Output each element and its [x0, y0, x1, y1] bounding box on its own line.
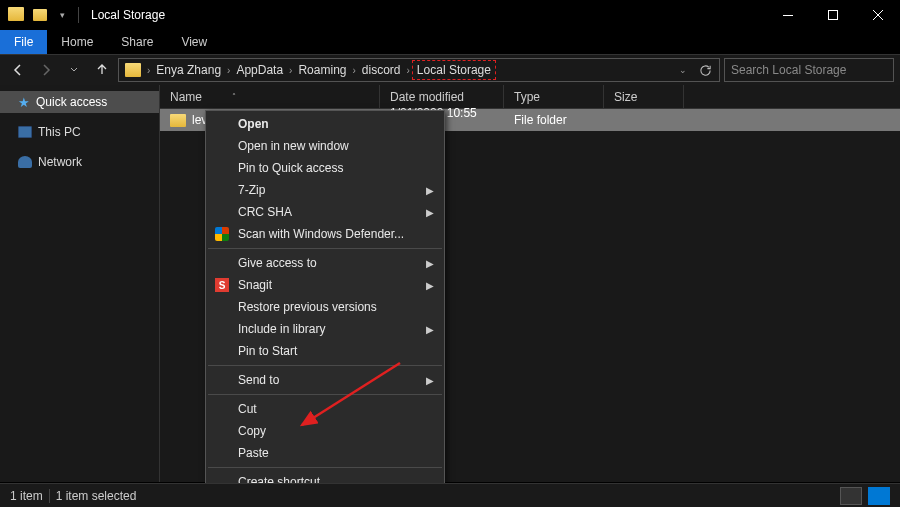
ctx-pin-quick-access[interactable]: Pin to Quick access: [206, 157, 444, 179]
submenu-arrow-icon: ▶: [426, 185, 434, 196]
address-dropdown-icon[interactable]: ⌄: [673, 65, 693, 75]
breadcrumb-item-current[interactable]: Local Storage: [412, 60, 496, 80]
tab-share[interactable]: Share: [107, 30, 167, 54]
ctx-paste[interactable]: Paste: [206, 442, 444, 464]
sidebar-item-label: Network: [38, 155, 82, 169]
sidebar-item-label: Quick access: [36, 95, 107, 109]
ctx-snagit[interactable]: SSnagit▶: [206, 274, 444, 296]
ctx-give-access[interactable]: Give access to▶: [206, 252, 444, 274]
column-name[interactable]: Name˄: [160, 85, 380, 108]
status-bar: 1 item 1 item selected: [0, 483, 900, 507]
qat-folder-icon[interactable]: [30, 5, 50, 25]
chevron-right-icon[interactable]: ›: [225, 65, 232, 76]
sidebar-item-this-pc[interactable]: This PC: [0, 121, 159, 143]
tab-file[interactable]: File: [0, 30, 47, 54]
qat-dropdown-icon[interactable]: ▾: [52, 5, 72, 25]
defender-icon: [214, 226, 230, 242]
tab-home[interactable]: Home: [47, 30, 107, 54]
context-menu: Open Open in new window Pin to Quick acc…: [205, 110, 445, 507]
column-size[interactable]: Size: [604, 85, 684, 108]
breadcrumb-item[interactable]: Enya Zhang: [152, 59, 225, 81]
chevron-right-icon[interactable]: ›: [287, 65, 294, 76]
submenu-arrow-icon: ▶: [426, 280, 434, 291]
submenu-arrow-icon: ▶: [426, 324, 434, 335]
ribbon-tabs: File Home Share View: [0, 30, 900, 54]
ctx-open-new-window[interactable]: Open in new window: [206, 135, 444, 157]
ctx-7zip[interactable]: 7-Zip▶: [206, 179, 444, 201]
ctx-open[interactable]: Open: [206, 113, 444, 135]
snagit-icon: S: [214, 277, 230, 293]
sidebar-item-label: This PC: [38, 125, 81, 139]
minimize-button[interactable]: [765, 0, 810, 30]
ctx-separator: [208, 365, 442, 366]
address-folder-icon: [125, 63, 141, 77]
window-title: Local Storage: [91, 8, 165, 22]
svg-rect-1: [828, 11, 837, 20]
search-placeholder: Search Local Storage: [731, 63, 846, 77]
close-button[interactable]: [855, 0, 900, 30]
ctx-send-to[interactable]: Send to▶: [206, 369, 444, 391]
file-type: File folder: [504, 113, 604, 127]
ctx-cut[interactable]: Cut: [206, 398, 444, 420]
status-separator: [49, 489, 50, 503]
breadcrumb-item[interactable]: AppData: [232, 59, 287, 81]
history-dropdown-icon[interactable]: [62, 58, 86, 82]
column-headers: Name˄ Date modified Type Size: [160, 85, 900, 109]
navigation-sidebar: ★ Quick access This PC Network: [0, 85, 160, 482]
ctx-include-library[interactable]: Include in library▶: [206, 318, 444, 340]
ctx-separator: [208, 248, 442, 249]
status-item-count: 1 item: [10, 489, 43, 503]
ctx-crc-sha[interactable]: CRC SHA▶: [206, 201, 444, 223]
sidebar-item-quick-access[interactable]: ★ Quick access: [0, 91, 159, 113]
folder-icon: [170, 114, 186, 127]
submenu-arrow-icon: ▶: [426, 375, 434, 386]
sidebar-item-network[interactable]: Network: [0, 151, 159, 173]
ctx-separator: [208, 394, 442, 395]
refresh-button[interactable]: [693, 59, 717, 81]
ctx-restore-prev[interactable]: Restore previous versions: [206, 296, 444, 318]
star-icon: ★: [18, 95, 30, 110]
back-button[interactable]: [6, 58, 30, 82]
chevron-right-icon[interactable]: ›: [145, 65, 152, 76]
pc-icon: [18, 126, 32, 138]
breadcrumb-item[interactable]: Roaming: [294, 59, 350, 81]
ctx-pin-start[interactable]: Pin to Start: [206, 340, 444, 362]
view-icons-button[interactable]: [868, 487, 890, 505]
column-date[interactable]: Date modified: [380, 85, 504, 108]
sort-asc-icon: ˄: [232, 85, 236, 109]
title-bar: ▾ Local Storage: [0, 0, 900, 30]
forward-button[interactable]: [34, 58, 58, 82]
chevron-right-icon[interactable]: ›: [350, 65, 357, 76]
chevron-right-icon[interactable]: ›: [405, 65, 412, 76]
submenu-arrow-icon: ▶: [426, 207, 434, 218]
status-selected: 1 item selected: [56, 489, 137, 503]
ctx-copy[interactable]: Copy: [206, 420, 444, 442]
submenu-arrow-icon: ▶: [426, 258, 434, 269]
network-icon: [18, 156, 32, 168]
navigation-row: › Enya Zhang › AppData › Roaming › disco…: [0, 55, 900, 85]
svg-rect-0: [783, 15, 793, 16]
view-details-button[interactable]: [840, 487, 862, 505]
search-input[interactable]: Search Local Storage: [724, 58, 894, 82]
address-bar[interactable]: › Enya Zhang › AppData › Roaming › disco…: [118, 58, 720, 82]
tab-view[interactable]: View: [167, 30, 221, 54]
titlebar-separator: [78, 7, 79, 23]
breadcrumb-item[interactable]: discord: [358, 59, 405, 81]
ctx-defender[interactable]: Scan with Windows Defender...: [206, 223, 444, 245]
maximize-button[interactable]: [810, 0, 855, 30]
up-button[interactable]: [90, 58, 114, 82]
app-folder-icon: [8, 7, 24, 23]
column-type[interactable]: Type: [504, 85, 604, 108]
ctx-separator: [208, 467, 442, 468]
